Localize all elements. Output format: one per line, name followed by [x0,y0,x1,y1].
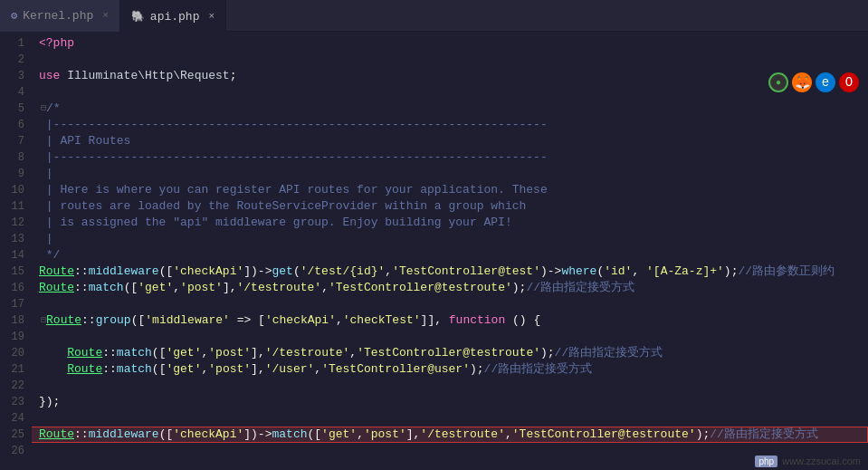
code-line-9: | [32,166,868,182]
code-line-10: | Here is where you can register API rou… [32,182,868,198]
code-line-1: <?php [32,35,868,52]
code-line-14: */ [32,247,868,264]
code-line-3: use Illuminate\Http\Request ; [32,68,868,84]
code-line-13: | [32,231,868,247]
php-icon: ⚙ [11,9,17,23]
code-line-24 [32,410,868,427]
line-numbers: 1 2 3 4 5 6 7 8 9 10 11 12 13 14 15 16 1… [0,32,32,470]
code-line-8: |---------------------------------------… [32,149,868,166]
code-line-19 [32,329,868,345]
code-line-22 [32,378,868,394]
code-line-2 [32,52,868,68]
php-badge: php [755,456,777,467]
code-line-12: | is assigned the "api" middleware group… [32,215,868,231]
api-icon: 🐘 [131,10,145,24]
tab-api[interactable]: 🐘 api.php × [120,0,226,32]
editor-container: ⚙ Kernel.php × 🐘 api.php × 1 2 3 4 5 6 7… [0,0,868,470]
code-line-26 [32,443,868,459]
code-line-15: Route::middleware(['checkApi'])->get('/t… [32,264,868,280]
code-line-16: Route::match(['get','post'],'/testroute'… [32,280,868,296]
watermark-text: www.zzsucai.com [782,456,861,466]
tab-kernel-close[interactable]: × [102,10,109,21]
tab-api-label: api.php [150,10,200,24]
code-line-17 [32,296,868,312]
code-line-7: | API Routes [32,133,868,149]
code-line-20: Route::match(['get','post'],'/testroute'… [32,345,868,361]
editor: 1 2 3 4 5 6 7 8 9 10 11 12 13 14 15 16 1… [0,32,868,470]
tab-api-close[interactable]: × [208,11,215,22]
code-line-18: ⊟ Route::group(['middleware' => ['checkA… [32,312,868,329]
code-line-23: }); [32,394,868,410]
tab-kernel-label: Kernel.php [23,9,93,23]
tab-kernel[interactable]: ⚙ Kernel.php × [0,0,120,32]
chrome-icon[interactable]: ● [768,72,788,92]
code-area[interactable]: <?php use Illuminate\Http\Request ; ⊟ /*… [32,32,868,470]
opera-icon[interactable]: O [839,72,859,92]
code-line-6: |---------------------------------------… [32,117,868,133]
code-line-21: Route::match(['get','post'],'/user','Tes… [32,361,868,378]
browser-icons: ● 🦊 e O [768,72,859,92]
edge-icon[interactable]: e [816,72,835,92]
tab-bar: ⚙ Kernel.php × 🐘 api.php × [0,0,868,32]
firefox-icon[interactable]: 🦊 [792,72,812,92]
code-line-25: Route::middleware(['checkApi'])->match([… [32,427,868,443]
watermark: php www.zzsucai.com [755,456,861,466]
code-line-4 [32,84,868,101]
code-line-5: ⊟ /* [32,101,868,117]
code-line-11: | routes are loaded by the RouteServiceP… [32,198,868,215]
